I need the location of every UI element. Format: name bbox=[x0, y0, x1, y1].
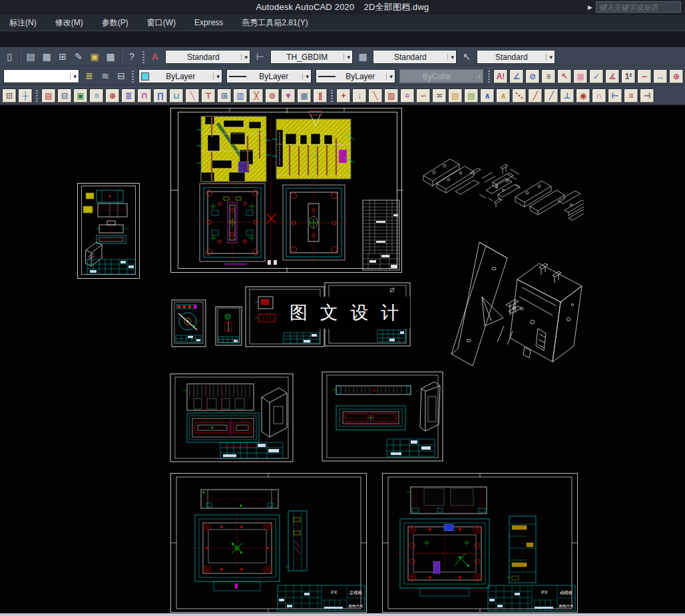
yx-layers-yellow-icon[interactable]: ▤ bbox=[448, 88, 463, 103]
sheet-moving-mold-plate-svg[interactable]: PX 动模板 图纸代号 bbox=[381, 472, 578, 613]
yx-sprue-icon[interactable]: ⊕ bbox=[105, 88, 120, 103]
yx-text-tool-icon[interactable]: ┼ bbox=[18, 88, 33, 103]
yx-align-icon[interactable]: ≍ bbox=[432, 88, 447, 103]
menu-item-1[interactable]: 标注(N) bbox=[0, 15, 46, 31]
dim-radius-icon[interactable]: ⊘ bbox=[525, 69, 540, 84]
view-3d-assembled-svg[interactable] bbox=[441, 241, 584, 367]
yx-node-icon[interactable]: ◉ bbox=[576, 88, 590, 103]
menu-item-5[interactable]: Express bbox=[185, 15, 232, 30]
yx-rail-icon[interactable]: ∥ bbox=[313, 88, 328, 103]
dim-style-combo[interactable]: TH_GBDIM▾ bbox=[270, 50, 353, 64]
help-icon[interactable]: ? bbox=[124, 50, 139, 65]
menu-item-3[interactable]: 参数(P) bbox=[93, 15, 138, 31]
yx-locating-ring-icon[interactable]: ⊙ bbox=[265, 88, 280, 103]
dim-leader-icon[interactable]: ↖ bbox=[557, 69, 572, 84]
yx-archive-icon[interactable]: ⊡ bbox=[2, 88, 17, 103]
yx-arrow-down-icon[interactable]: ↓ bbox=[352, 88, 367, 103]
dim-baseline-icon[interactable]: ≡ bbox=[541, 69, 556, 84]
plotstyle-combo[interactable]: ByColor▾ bbox=[399, 69, 483, 83]
drawing-canvas[interactable]: 图 文 设 计 bbox=[0, 105, 685, 613]
yx-wedge-icon[interactable]: ▼ bbox=[281, 88, 296, 103]
sheet-stripper-plate-svg[interactable] bbox=[322, 371, 443, 462]
yx-redline-icon[interactable]: ≡ bbox=[624, 88, 638, 103]
sheet-small-parts-svg[interactable] bbox=[77, 182, 140, 279]
yx-insert-icon[interactable]: ▥ bbox=[233, 88, 248, 103]
yx-library-icon[interactable]: ▤ bbox=[41, 88, 56, 103]
dim-table-icon[interactable]: ▦ bbox=[573, 69, 588, 84]
yx-polyline-icon[interactable]: ∽ bbox=[416, 88, 431, 103]
yx-diagonal-icon[interactable]: ⋱ bbox=[512, 88, 527, 103]
help-search-input[interactable] bbox=[596, 1, 681, 13]
sheet-tiny-part-svg[interactable] bbox=[215, 306, 242, 346]
yx-lifter-icon[interactable]: ⊓ bbox=[137, 88, 152, 103]
menu-item-6[interactable]: 燕秀工具箱2.81(Y) bbox=[232, 15, 317, 31]
sheet-moving-mold-plate[interactable]: PX 动模板 图纸代号 bbox=[381, 472, 578, 613]
quickcalc-icon[interactable]: ▩ bbox=[103, 50, 118, 65]
yx-eject-pin-icon[interactable]: ⊟ bbox=[57, 88, 72, 103]
yx-parting-line-icon[interactable]: ≡ bbox=[89, 88, 104, 103]
dim-style-icon[interactable]: ⊢ bbox=[253, 50, 268, 65]
color-combo[interactable]: ByLayer▾ bbox=[138, 69, 222, 83]
dim-update-icon[interactable]: ⊕ bbox=[669, 69, 684, 84]
yx-angle-pin-icon[interactable]: ╲ bbox=[185, 88, 200, 103]
markup-set-manager-icon[interactable]: ✎ bbox=[71, 50, 86, 65]
yx-perp-icon[interactable]: ⊥ bbox=[560, 88, 574, 103]
menu-item-2[interactable]: 修改(M) bbox=[46, 15, 93, 31]
yx-guide-pin-icon[interactable]: ⊔ bbox=[169, 88, 184, 103]
yx-tent-yellow-icon[interactable]: ∧ bbox=[496, 88, 511, 103]
yx-hatch-icon[interactable]: ╲ bbox=[368, 88, 383, 103]
yx-plate-icon[interactable]: ▦ bbox=[297, 88, 312, 103]
yx-section-icon[interactable]: ▨ bbox=[384, 88, 399, 103]
dimstyle-dialog-icon[interactable]: A! bbox=[493, 69, 508, 84]
dim-ordinate-icon[interactable]: 1² bbox=[621, 69, 636, 84]
dim-angular-icon[interactable]: ∡ bbox=[605, 69, 620, 84]
mleader-style-combo[interactable]: Standard▾ bbox=[477, 50, 555, 64]
sheet-tiny-part[interactable] bbox=[215, 306, 242, 346]
yx-dim-edit-icon[interactable]: ⊣ bbox=[640, 88, 654, 103]
sheet-round-part-svg[interactable] bbox=[171, 299, 206, 347]
sheet-fixed-mold-plate-svg[interactable]: FX 定模板 图纸代号 bbox=[170, 472, 367, 613]
dim-jogged-icon[interactable]: ∽ bbox=[637, 69, 652, 84]
text-style-combo[interactable]: Standard▾ bbox=[165, 50, 250, 64]
yx-crosshair-icon[interactable]: + bbox=[336, 88, 351, 103]
sheet-core-plate[interactable] bbox=[170, 373, 294, 462]
sheet-core-plate-svg[interactable] bbox=[170, 373, 294, 462]
yx-layers-green-icon[interactable]: ▤ bbox=[464, 88, 479, 103]
yx-screw-icon[interactable]: ⊞ bbox=[217, 88, 232, 103]
sheet-round-part[interactable] bbox=[171, 299, 206, 347]
view-3d-assembled[interactable] bbox=[441, 241, 584, 367]
sheet-fixed-mold-plate[interactable]: FX 定模板 图纸代号 bbox=[170, 472, 367, 613]
layer-translate-icon[interactable]: ▣ bbox=[87, 50, 102, 65]
dim-continue-icon[interactable]: ↔ bbox=[653, 69, 668, 84]
layer-previous-icon[interactable]: ≋ bbox=[98, 69, 113, 84]
view-3d-exploded-svg[interactable] bbox=[414, 136, 584, 242]
sheet-set-manager-icon[interactable]: ▤ bbox=[23, 50, 38, 65]
yx-slash-gray-icon[interactable]: ╱ bbox=[544, 88, 559, 103]
layer-combo[interactable]: ▾ bbox=[3, 69, 79, 83]
search-expand-icon[interactable]: ▶ bbox=[588, 4, 592, 11]
yx-slash-icon[interactable]: ╱ bbox=[528, 88, 543, 103]
designcenter-icon[interactable]: ▦ bbox=[39, 50, 54, 65]
yx-curve-icon[interactable]: ≈ bbox=[400, 88, 415, 103]
yx-bracket-icon[interactable]: ⊢ bbox=[608, 88, 622, 103]
yx-support-icon[interactable]: ⊤ bbox=[201, 88, 216, 103]
yx-moldbase-icon[interactable]: ▣ bbox=[73, 88, 88, 103]
layer-properties-icon[interactable]: ≣ bbox=[82, 69, 97, 84]
linetype-combo[interactable]: ByLayer▾ bbox=[226, 69, 312, 83]
sheet-small-parts[interactable] bbox=[77, 182, 140, 279]
dim-tolerance-icon[interactable]: ✓ bbox=[589, 69, 604, 84]
view-3d-exploded[interactable] bbox=[414, 136, 584, 242]
text-style-icon[interactable]: A bbox=[148, 50, 162, 65]
table-style-combo[interactable]: Standard▾ bbox=[373, 50, 457, 64]
yx-cooling-icon[interactable]: ╳ bbox=[249, 88, 264, 103]
lineweight-combo[interactable]: ByLayer▾ bbox=[316, 69, 395, 83]
table-style-icon[interactable]: ▦ bbox=[355, 50, 370, 65]
sheet-stripper-plate[interactable] bbox=[322, 371, 443, 462]
yx-arc-icon[interactable]: ∩ bbox=[592, 88, 606, 103]
sheet-mold-assembly-svg[interactable] bbox=[170, 107, 403, 273]
dim-linear-icon[interactable]: ∠ bbox=[509, 69, 524, 84]
yx-spring-icon[interactable]: ≣ bbox=[121, 88, 136, 103]
yx-slider-icon[interactable]: ∏ bbox=[153, 88, 168, 103]
sheet-mold-assembly[interactable] bbox=[170, 107, 403, 273]
menu-item-4[interactable]: 窗口(W) bbox=[138, 15, 185, 31]
